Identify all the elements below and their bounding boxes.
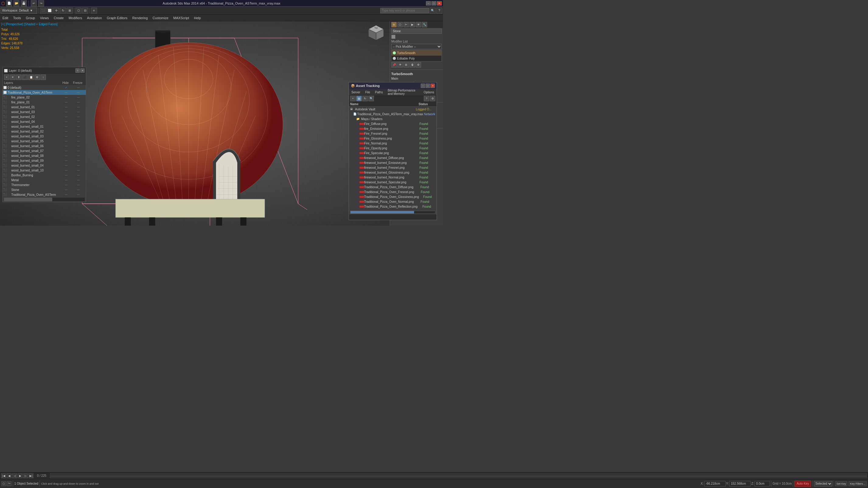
menu-create[interactable]: Create	[51, 14, 66, 21]
layers-panel-header[interactable]: ⬜ Layer: 0 (default) ? ✕	[3, 67, 86, 74]
asset-row[interactable]: BMP Fire_Opacity.png Found	[349, 145, 437, 151]
layer-row[interactable]: ⬛ wood_burned_02 — —	[3, 114, 86, 119]
create-tab-btn[interactable]: ⊕	[391, 22, 397, 27]
asset-row[interactable]: BMP Fire_Normal.png Found	[349, 141, 437, 145]
close-btn[interactable]: ✕	[437, 1, 442, 5]
asset-panel-header[interactable]: 📦 Asset Tracking − □ ✕	[349, 83, 437, 89]
select-obj-btn[interactable]: ⬛	[40, 8, 46, 14]
asset-row[interactable]: 🏛 Autodesk Vault Logged O...	[349, 107, 437, 111]
layer-row[interactable]: ⬛ wood_burned_small_09 — —	[3, 158, 86, 163]
show-result-btn[interactable]: 👁	[397, 62, 403, 67]
align-btn[interactable]: ⊟	[82, 8, 88, 14]
asset-row[interactable]: BMP firewood_burned_Specular.png Found	[349, 180, 437, 185]
add-to-layer-btn[interactable]: ⬆	[16, 74, 22, 80]
layer-row[interactable]: ⬜ Traditional_Pizza_Oven_ASTerm — —	[3, 90, 86, 95]
redo-btn[interactable]: ↪	[38, 0, 44, 6]
asset-help-btn[interactable]: ?	[424, 96, 429, 101]
configure-btn[interactable]: ⚙	[415, 62, 421, 67]
undo-btn[interactable]: ↩	[31, 0, 37, 6]
asset-row[interactable]: BMP Fire_Fresnel.png Found	[349, 131, 437, 136]
minimize-btn[interactable]: −	[426, 1, 431, 5]
layer-mgr-btn[interactable]: ≡	[91, 8, 97, 14]
layer-row[interactable]: ⬜ 0 (default) ✓ —	[3, 85, 86, 90]
layer-row[interactable]: ⬛ fire_plane_01 — —	[3, 100, 86, 105]
asset-find-btn[interactable]: 🔍	[368, 96, 374, 101]
layer-row[interactable]: ⬛ wood_burned_01 — —	[3, 105, 86, 109]
modify-tab-btn[interactable]: ⬡	[397, 22, 403, 27]
asset-row[interactable]: BMP fire_Emissive.png Found	[349, 126, 437, 131]
menu-views[interactable]: Views	[37, 14, 51, 21]
asset-add-btn[interactable]: +	[350, 96, 356, 101]
layer-row[interactable]: ⬛ wood_burned_small_04 — —	[3, 163, 86, 168]
asset-row[interactable]: BMP Fire_Glossiness.png Found	[349, 136, 437, 141]
asset-row[interactable]: BMP firewood_burned_Normal.png Found	[349, 175, 437, 180]
layer-row[interactable]: ⬛ wood_burned_small_07 — —	[3, 149, 86, 153]
layer-row[interactable]: ⬛ wood_burned_small_03 — —	[3, 134, 86, 139]
maximize-btn[interactable]: □	[431, 1, 436, 5]
menu-tools[interactable]: Tools	[11, 14, 24, 21]
layer-settings-btn[interactable]: ⚙	[34, 74, 40, 80]
delete-layer-btn[interactable]: ✕	[10, 74, 16, 80]
asset-menu-server[interactable]: Server	[349, 89, 363, 95]
object-name-field[interactable]: Stone	[391, 29, 442, 34]
asset-row[interactable]: BMP Traditional_Pizza_Oven_Normal.png Fo…	[349, 199, 437, 204]
asset-row[interactable]: BMP firewood_burned_Glossiness.png Found	[349, 170, 437, 175]
layer-row[interactable]: ⬛ wood_burned_small_05 — —	[3, 139, 86, 143]
layer-row[interactable]: ⬛ Bonfire_Burning — —	[3, 173, 86, 177]
layer-row[interactable]: ⬛ wood_burned_small_06 — —	[3, 143, 86, 149]
asset-row[interactable]: BMP Traditional_Pizza_Oven_Reflection.pn…	[349, 204, 437, 209]
asset-row[interactable]: 📁 Maps / Shaders	[349, 117, 437, 121]
open-file-btn[interactable]: 📂	[13, 0, 20, 6]
workspace-dropdown[interactable]: Workspace: Default ▼	[1, 8, 37, 14]
asset-row[interactable]: BMP Traditional_Pizza_Oven_Refraction.pn…	[349, 209, 437, 210]
layers-scrollbar[interactable]	[4, 198, 85, 201]
layers-close-btn[interactable]: ✕	[80, 68, 85, 73]
layer-row[interactable]: ⬛ Traditional_Pizza_Oven_ASTerm — —	[3, 192, 86, 197]
mirror-btn[interactable]: ⬡	[75, 8, 82, 14]
layer-row[interactable]: ⬛ wood_burned_small_08 — —	[3, 153, 86, 158]
asset-menu-options[interactable]: Options	[422, 89, 437, 95]
rotate-btn[interactable]: ↻	[60, 8, 66, 14]
menu-rendering[interactable]: Rendering	[130, 14, 150, 21]
layer-row[interactable]: ⬛ wood_burned_03 — —	[3, 109, 86, 114]
make-unique-btn[interactable]: ⊞	[403, 62, 409, 67]
asset-row[interactable]: BMP Fire_Specular.png Found	[349, 151, 437, 155]
scale-btn[interactable]: ⊠	[67, 8, 73, 14]
new-layer-btn[interactable]: +	[4, 74, 9, 80]
asset-view-btn[interactable]: ▦	[356, 96, 362, 101]
search-input[interactable]	[380, 8, 429, 13]
select-layer-btn[interactable]: 📋	[28, 74, 34, 80]
modifier-list-dropdown[interactable]: -- Pick Modifier --	[391, 44, 442, 49]
asset-maximize-btn[interactable]: □	[426, 84, 430, 88]
asset-settings-btn[interactable]: ⚙	[430, 96, 435, 101]
asset-row[interactable]: BMP Traditional_Pizza_Oven_Diffuse.png F…	[349, 185, 437, 189]
asset-row[interactable]: BMP Traditional_Pizza_Oven_Fresnel.png F…	[349, 189, 437, 194]
layers-help-btn[interactable]: ?	[75, 68, 80, 73]
menu-animation[interactable]: Animation	[85, 14, 104, 21]
asset-row[interactable]: BMP firewood_burned_Fresnel.png Found	[349, 165, 437, 170]
move-btn[interactable]: ✛	[53, 8, 59, 14]
layer-row[interactable]: ⬛ Metal — —	[3, 177, 86, 183]
select-objects-btn[interactable]: ⬛	[22, 74, 28, 80]
help-btn[interactable]: ?	[436, 8, 442, 14]
select-region-btn[interactable]: ⬜	[46, 8, 53, 14]
layer-row[interactable]: ⬛ wood_burned_small_10 — —	[3, 168, 86, 173]
menu-help[interactable]: Help	[192, 14, 204, 21]
asset-minimize-btn[interactable]: −	[421, 84, 425, 88]
utilities-tab-btn[interactable]: 🔧	[422, 22, 427, 27]
search-btn[interactable]: 🔍	[430, 8, 436, 14]
asset-refresh-btn[interactable]: ↻	[362, 96, 368, 101]
remove-modifier-btn[interactable]: 🗑	[409, 62, 415, 67]
pin-stack-btn[interactable]: 📌	[391, 62, 397, 67]
layer-row[interactable]: ⬛ fire_plane_02 — —	[3, 95, 86, 100]
asset-menu-file[interactable]: File	[363, 89, 372, 95]
menu-customize[interactable]: Customize	[150, 14, 171, 21]
menu-maxscript[interactable]: MAXScript	[171, 14, 192, 21]
menu-group[interactable]: Group	[24, 14, 38, 21]
asset-menu-bitmap-perf[interactable]: Bitmap Performance and Memory	[385, 89, 421, 95]
modifier-turbosmooth[interactable]: TurboSmooth	[392, 50, 441, 56]
new-file-btn[interactable]: 📄	[6, 0, 12, 6]
asset-row[interactable]: BMP Fire_Diffuse.png Found	[349, 121, 437, 126]
menu-modifiers[interactable]: Modifiers	[66, 14, 85, 21]
object-color-swatch[interactable]	[391, 35, 396, 39]
